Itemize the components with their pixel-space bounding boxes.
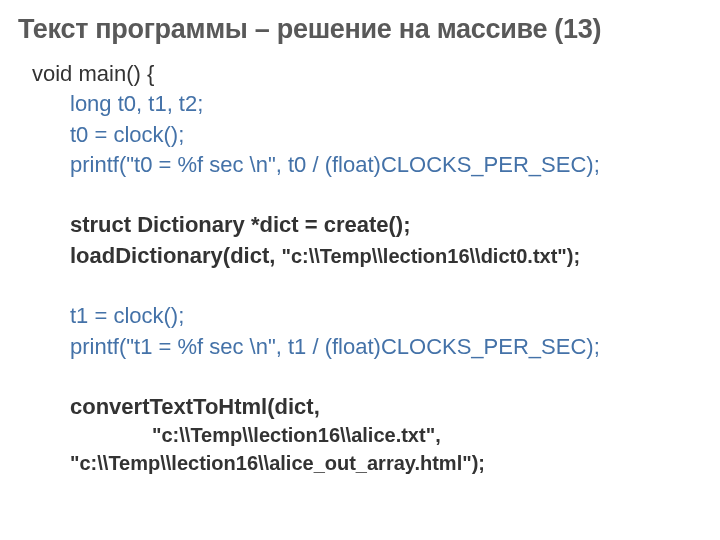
code-line: "c:\\Temp\\lection16\\alice_out_array.ht… xyxy=(32,450,702,478)
code-line: printf("t0 = %f sec \n", t0 / (float)CLO… xyxy=(32,150,702,180)
code-line: struct Dictionary *dict = create(); xyxy=(32,210,702,240)
code-line: t1 = clock(); xyxy=(32,301,702,331)
blank-line xyxy=(32,180,702,210)
code-line: "c:\\Temp\\lection16\\alice.txt", xyxy=(32,422,702,450)
code-block: void main() { long t0, t1, t2; t0 = cloc… xyxy=(18,59,702,477)
code-line: printf("t1 = %f sec \n", t1 / (float)CLO… xyxy=(32,332,702,362)
blank-line xyxy=(32,362,702,392)
slide-title: Текст программы – решение на массиве (13… xyxy=(18,14,702,45)
code-line: loadDictionary(dict, "c:\\Temp\\lection1… xyxy=(32,241,702,271)
code-span: loadDictionary(dict, xyxy=(70,243,281,268)
code-line: t0 = clock(); xyxy=(32,120,702,150)
code-line: void main() { xyxy=(32,59,702,89)
blank-line xyxy=(32,271,702,301)
code-line: convertTextToHtml(dict, xyxy=(32,392,702,422)
code-path: "c:\\Temp\\lection16\\dict0.txt"); xyxy=(281,245,580,267)
code-line: long t0, t1, t2; xyxy=(32,89,702,119)
